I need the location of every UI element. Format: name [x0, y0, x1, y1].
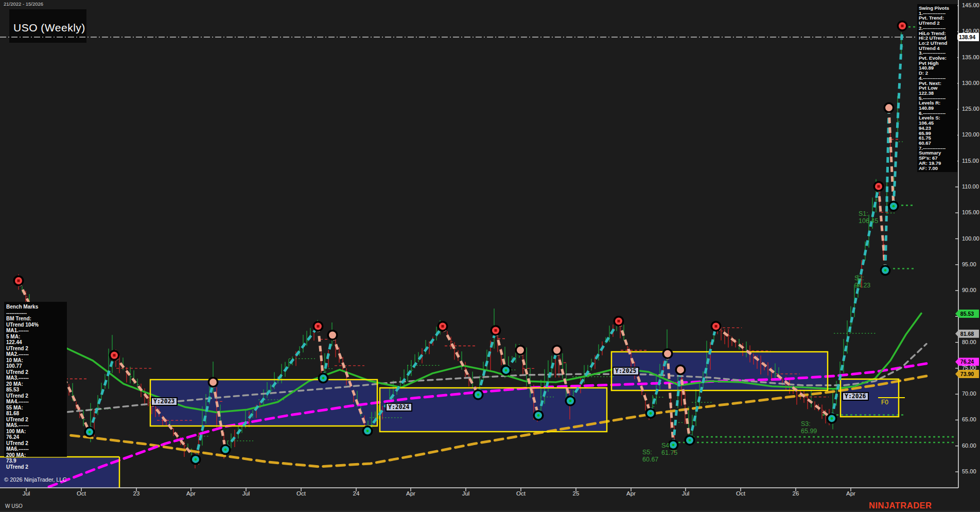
time-tick-label: Jul [454, 490, 477, 497]
bench-marks-line: 20 MA: [6, 381, 69, 387]
pivot-low-marker [84, 426, 95, 437]
bench-marks-line: UTrend 104% [6, 322, 69, 328]
pivot-high-marker [884, 103, 895, 113]
chart-workspace[interactable]: 21/2022 - 15/2026 USO (Weekly) Bench Mar… [0, 0, 980, 512]
price-tick-label: 95.00 [962, 261, 976, 267]
pivot-high-marker [711, 321, 722, 332]
price-tick-label: 70.00 [962, 390, 976, 397]
time-tick-label: Oct [290, 490, 312, 497]
pivot-low-marker [533, 410, 544, 421]
bench-marks-line: ------------ [6, 310, 69, 316]
year-label: Y:2023 [151, 397, 178, 406]
time-tick-label: Apr [399, 490, 422, 497]
bench-marks-line: UTrend 2 [6, 369, 69, 376]
swing-pivots-panel: Swing Pivots1.--------------Pvt. Trend:U… [917, 4, 957, 172]
year-label: Y:2026 [842, 392, 869, 401]
bench-marks-line: MA2.------ [6, 351, 69, 357]
swing-pivots-line: AF: 7.00 [919, 166, 956, 171]
support-label: S4: 61.75 [661, 442, 677, 456]
pivot-low-marker [473, 389, 484, 400]
bench-marks-line: 100 MA: [6, 429, 69, 435]
bench-marks-line: 5 MA: [6, 334, 69, 340]
time-tick-label: Jul [674, 490, 697, 497]
time-tick-label: Jul [235, 490, 257, 497]
price-chart-canvas[interactable] [0, 0, 980, 512]
pivot-high-marker [437, 321, 448, 332]
bench-marks-line: 10 MA: [6, 357, 69, 364]
time-tick-label: 23 [125, 490, 148, 497]
bench-marks-line: BM Trend: [6, 316, 69, 322]
price-tick-label: 110.00 [962, 183, 979, 190]
price-tick-label: 90.00 [962, 287, 976, 293]
year-range-box-fill [380, 388, 607, 432]
price-tick-label: 60.00 [962, 442, 976, 449]
time-tick-label: 26 [784, 490, 807, 497]
pivot-low-marker [827, 413, 837, 424]
pivot-high-marker [552, 345, 563, 355]
price-marker-tag: 138.94 [955, 33, 979, 41]
bench-marks-line: UTrend 2 [6, 346, 69, 352]
bench-marks-line: MA4.------ [6, 399, 69, 405]
price-marker-tag: 76.24 [955, 357, 979, 366]
pivot-high-marker [515, 345, 526, 355]
pivot-low-marker [880, 265, 891, 276]
time-tick-label: Oct [70, 490, 93, 497]
bench-marks-line: MA3.------ [6, 375, 69, 381]
price-tick-label: 115.00 [962, 158, 979, 164]
pivot-high-marker [675, 364, 686, 375]
copyright-text: © 2026 NinjaTrader, LLC [4, 476, 66, 483]
support-label: S2: 94.23 [854, 275, 870, 289]
bench-marks-line: 81.68 [6, 411, 69, 417]
symbol-title: USO (Weekly) [13, 22, 85, 34]
pivot-low-marker [362, 425, 373, 436]
price-tick-label: 100.00 [962, 235, 979, 242]
pivot-high-marker [208, 377, 219, 388]
bench-marks-line: 73.9 [6, 458, 69, 464]
price-tick-label: 125.00 [962, 106, 979, 112]
pivot-high-marker [662, 348, 673, 359]
pivot-low-marker [888, 201, 899, 212]
swing-leg [885, 108, 889, 270]
date-range-label: 21/2022 - 15/2026 [4, 1, 43, 7]
swing-leg [443, 326, 478, 395]
pivot-high-marker [313, 321, 324, 332]
time-tick-label: Oct [510, 490, 532, 497]
support-label: S3: 65.99 [801, 420, 817, 435]
bench-marks-panel: Bench Marks------------BM Trend:UTrend 1… [4, 302, 71, 472]
bench-marks-line: MA6.------ [6, 446, 69, 452]
swing-leg [889, 108, 894, 206]
pivot-low-marker [685, 435, 695, 446]
bench-marks-line: 55 MA: [6, 405, 69, 411]
time-tick-label: Jul [15, 490, 38, 497]
support-label: S1: 106.45 [859, 210, 878, 225]
bench-marks-line: UTrend 2 [6, 393, 69, 399]
pivot-low-marker [190, 454, 201, 465]
time-tick-label: 24 [345, 490, 367, 497]
price-tick-label: 55.00 [962, 468, 976, 474]
pivot-high-marker [109, 350, 120, 361]
price-marker-tag: 73.90 [955, 370, 979, 378]
time-tick-label: 25 [565, 490, 587, 497]
instrument-tab[interactable]: W USO [5, 503, 23, 509]
price-marker-tag: 85.53 [955, 310, 979, 318]
price-tick-label: 130.00 [962, 80, 979, 86]
bench-marks-line: UTrend 2 [6, 464, 69, 470]
pivot-low-marker [318, 373, 329, 384]
pivot-low-marker [565, 396, 576, 406]
time-tick-label: Apr [839, 490, 862, 497]
bench-marks-line: 200 MA: [6, 452, 69, 458]
price-tick-label: 135.00 [962, 54, 979, 60]
pivot-high-marker [13, 276, 24, 286]
swing-leg [478, 331, 496, 395]
price-tick-label: 80.00 [962, 339, 976, 345]
time-tick-label: Oct [729, 490, 752, 497]
bench-marks-line: 122.44 [6, 339, 69, 346]
time-tick-label: Apr [180, 490, 202, 497]
bench-marks-line: 85.53 [6, 387, 69, 393]
bench-marks-line: MA5.------ [6, 422, 69, 429]
pivot-high-marker [614, 316, 624, 327]
pivot-high-marker [327, 330, 338, 340]
bench-marks-line: MA1.------ [6, 328, 69, 334]
bench-marks-line: UTrend 2 [6, 440, 69, 447]
year-label: Y:2024 [386, 403, 412, 412]
